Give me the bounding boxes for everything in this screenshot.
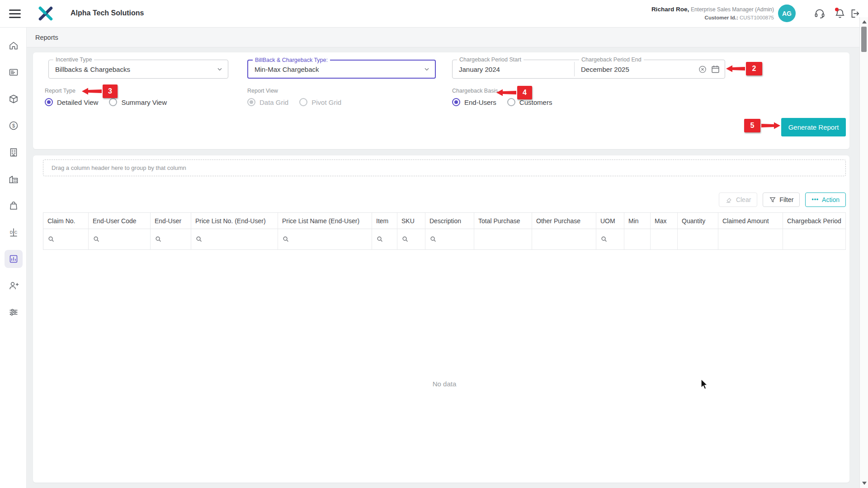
scrollbar-thumb[interactable] [861,27,867,52]
reports-icon [5,250,23,268]
calendar-icon[interactable] [711,65,720,74]
radio-detailed-view[interactable]: Detailed View [45,98,98,106]
period-start-value: January 2024 [459,60,500,78]
group-by-hint: Drag a column header here to group by th… [52,164,186,171]
radio-option-label: Pivot Grid [311,99,341,106]
column-search-uom[interactable] [596,229,624,249]
group-by-dropzone[interactable]: Drag a column header here to group by th… [43,160,846,176]
user-role: Enterprise Sales Manager (Admin) [691,6,774,13]
user-name: Richard Roe, [651,6,689,13]
clear-icon [725,196,733,204]
sidebar-item-pricing[interactable]: $ [0,112,27,139]
action-button[interactable]: ••• Action [805,192,846,207]
column-header-uom[interactable]: UOM [596,213,624,229]
radio-pivot-grid: Pivot Grid [299,98,341,106]
column-search-end-user-code[interactable] [89,229,151,249]
sidebar-item-settings[interactable] [0,299,27,325]
column-header-description[interactable]: Description [425,213,474,229]
search-icon[interactable] [600,235,608,243]
report-grid-panel: Drag a column header here to group by th… [33,155,849,483]
report-view-label: Report View [247,88,341,94]
search-icon[interactable] [429,235,437,243]
search-icon[interactable] [93,235,100,243]
clear-button[interactable]: Clear [719,192,757,207]
field-divider [574,62,575,76]
funnel-icon [769,196,776,203]
support-headset-icon[interactable] [814,8,826,19]
vertical-scrollbar[interactable] [859,17,868,488]
notifications-bell-icon[interactable] [834,8,846,19]
search-icon[interactable] [282,235,290,243]
column-header-price-list-no[interactable]: Price List No. (End-User) [191,213,278,229]
sidebar-nav: $DC [0,28,27,488]
app-logo-icon[interactable] [37,5,54,22]
sidebar-item-procurement[interactable] [0,192,27,219]
scroll-down-icon[interactable] [862,482,867,485]
column-header-quantity[interactable]: Quantity [678,213,718,229]
column-search-item[interactable] [372,229,397,249]
annotation-arrow-left [726,65,745,73]
generate-report-button[interactable]: Generate Report [781,118,846,136]
column-search-other-purchase [532,229,596,249]
column-search-price-list-no[interactable] [191,229,278,249]
search-icon[interactable] [195,235,203,243]
column-header-sku[interactable]: SKU [397,213,425,229]
radio-circle [109,98,117,106]
column-header-total-purchase[interactable]: Total Purchase [474,213,532,229]
incentive-type-value: Billbacks & Chargebacks [55,60,130,78]
search-icon[interactable] [47,235,55,243]
column-header-item[interactable]: Item [372,213,397,229]
column-header-claim-no[interactable]: Claim No. [43,213,89,229]
user-info: Richard Roe, Enterprise Sales Manager (A… [651,5,774,21]
radio-option-label: End-Users [464,99,496,106]
column-search-claim-no[interactable] [43,229,89,249]
incentive-type-select[interactable]: Incentive Type Billbacks & Chargebacks [48,60,228,79]
column-search-min [624,229,651,249]
column-search-end-user[interactable] [151,229,191,249]
grid-filter-row [43,229,846,250]
column-header-other-purchase[interactable]: Other Purchase [532,213,596,229]
column-header-price-list-name[interactable]: Price List Name (End-User) [278,213,372,229]
scroll-up-icon[interactable] [862,20,867,23]
radio-option-label: Summary View [121,99,167,106]
sidebar-item-reports[interactable] [0,245,27,272]
column-search-quantity [678,229,718,249]
column-header-chargeback-period[interactable]: Chargeback Period [783,213,846,229]
annotation-arrow-left [82,87,102,95]
column-header-max[interactable]: Max [651,213,678,229]
column-header-end-user-code[interactable]: End-User Code [89,213,151,229]
chargeback-period-range[interactable]: Chargeback Period Start January 2024 Cha… [452,60,725,79]
sidebar-item-debit-credit[interactable]: DC [0,219,27,245]
billback-type-select[interactable]: BillBack & Chargeback Type: Min-Max Char… [247,60,436,79]
sidebar-item-packages[interactable] [0,85,27,112]
sidebar-item-organization[interactable] [0,165,27,192]
customer-id-label: Customer Id.: [705,15,738,20]
chevron-down-icon [423,66,430,73]
notification-dot [835,8,839,11]
menu-icon[interactable] [9,9,21,18]
radio-summary-view[interactable]: Summary View [109,98,167,106]
search-icon[interactable] [401,235,409,243]
sidebar-item-add-user[interactable] [0,272,27,299]
billback-type-value: Min-Max Chargeback [255,61,319,78]
column-search-description[interactable] [425,229,474,249]
column-header-claimed-amount[interactable]: Claimed Amount [718,213,783,229]
avatar[interactable]: AG [778,5,796,22]
add-user-icon [5,277,23,295]
chevron-down-icon [216,66,223,73]
organization-icon [5,170,23,188]
column-header-min[interactable]: Min [624,213,651,229]
column-search-price-list-name[interactable] [278,229,372,249]
column-header-end-user[interactable]: End-User [151,213,191,229]
filter-button[interactable]: Filter [763,192,800,207]
settings-icon [5,303,23,321]
clear-date-icon[interactable] [698,65,707,74]
sidebar-item-crm[interactable] [0,59,27,85]
column-search-sku[interactable] [397,229,425,249]
svg-text:C: C [14,230,17,234]
search-icon[interactable] [376,235,384,243]
sidebar-item-company[interactable] [0,139,27,165]
radio-end-users[interactable]: End-Users [452,98,496,106]
search-icon[interactable] [155,235,162,243]
sidebar-item-home[interactable] [0,32,27,59]
